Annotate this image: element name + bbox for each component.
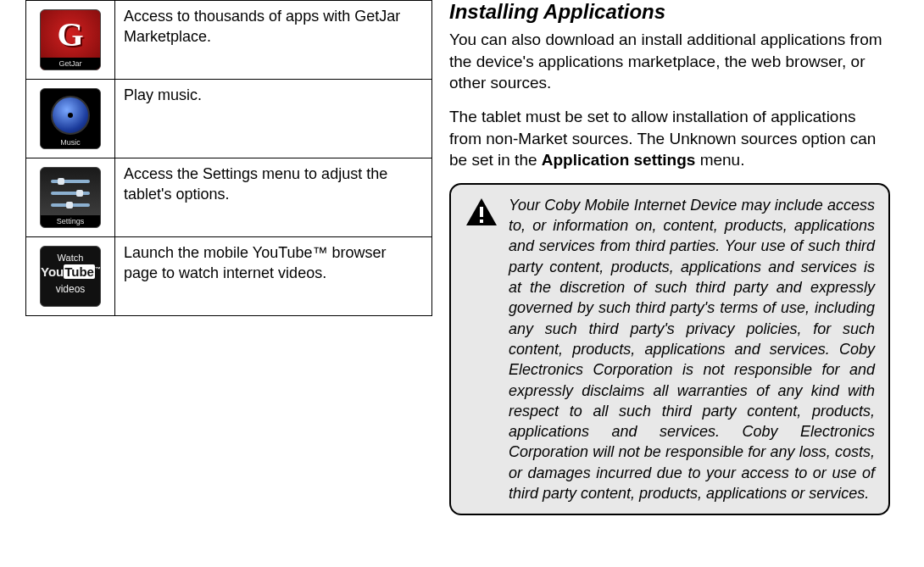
svg-rect-2 (480, 220, 483, 223)
application-settings-label: Application settings (542, 151, 696, 169)
svg-rect-1 (480, 207, 483, 217)
icon-label: Settings (41, 215, 100, 227)
warning-icon (465, 195, 498, 503)
table-row: Watch YouTube™ videos Launch the mobile … (26, 237, 432, 316)
paragraph-2: The tablet must be set to allow installa… (449, 106, 890, 171)
warning-text: Your Coby Mobile Internet Device may inc… (509, 195, 875, 503)
app-icon-cell-music: Music (26, 80, 115, 158)
music-icon: Music (40, 88, 101, 149)
section-heading: Installing Applications (449, 0, 890, 24)
app-desc-settings: Access the Settings menu to adjust the t… (115, 158, 432, 237)
youtube-icon: Watch YouTube™ videos (40, 246, 101, 307)
icon-label: Music (41, 136, 100, 148)
app-icon-cell-getjar: GetJar (26, 1, 115, 80)
icon-label: GetJar (41, 58, 100, 69)
app-icon-cell-settings: Settings (26, 158, 115, 237)
table-row: Settings Access the Settings menu to adj… (26, 158, 432, 237)
table-row: GetJar Access to thousands of apps with … (26, 1, 432, 80)
paragraph-1: You can also download an install additio… (449, 29, 890, 94)
getjar-icon: GetJar (40, 9, 101, 70)
warning-callout: Your Coby Mobile Internet Device may inc… (449, 183, 890, 515)
table-row: Music Play music. (26, 80, 432, 158)
app-desc-youtube: Launch the mobile YouTube™ browser page … (115, 237, 432, 316)
settings-icon: Settings (40, 167, 101, 228)
apps-table: GetJar Access to thousands of apps with … (25, 0, 432, 316)
app-desc-music: Play music. (115, 80, 432, 158)
app-desc-getjar: Access to thousands of apps with GetJar … (115, 1, 432, 80)
app-icon-cell-youtube: Watch YouTube™ videos (26, 237, 115, 316)
